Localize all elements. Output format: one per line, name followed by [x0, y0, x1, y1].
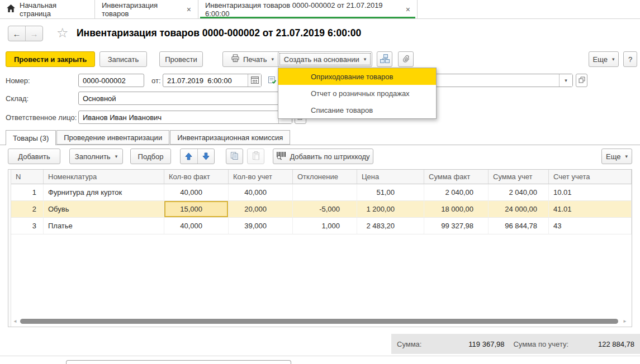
cell-n[interactable]: 1	[11, 184, 44, 201]
document-check-icon[interactable]	[268, 75, 277, 86]
organization-open-button[interactable]	[576, 74, 587, 87]
menu-item-goods-writeoff[interactable]: Списание товаров	[278, 102, 436, 118]
cell-qty-fact[interactable]: 40,000	[164, 218, 229, 234]
menu-item-goods-receipt[interactable]: Оприходование товаров	[278, 68, 436, 85]
cell-account[interactable]: 10.01	[549, 184, 632, 201]
table-row[interactable]: 1 Фурнитура для курток 40,000 40,000 51,…	[11, 184, 632, 201]
sum-label: Сумма:	[397, 340, 421, 348]
responsible-field[interactable]: Иванов Иван Иванович ▾	[78, 111, 292, 124]
close-icon[interactable]: ×	[406, 5, 410, 14]
paste-icon	[252, 151, 260, 162]
home-icon	[7, 4, 15, 14]
organization-dropdown-button[interactable]: ▾	[559, 74, 572, 87]
print-button[interactable]: Печать ▾	[222, 51, 282, 67]
chevron-down-icon: ▾	[612, 56, 615, 62]
tab-inventory-commission[interactable]: Инвентаризационная комиссия	[170, 130, 290, 145]
cell-account[interactable]: 43	[549, 218, 632, 234]
more-button[interactable]: Еще ▾	[589, 51, 619, 67]
back-button[interactable]: ←	[8, 26, 26, 41]
create-based-on-button[interactable]: Создать на основании ▾	[278, 51, 372, 67]
table-row[interactable]: 3 Платье 40,000 39,000 1,000 2 483,20 99…	[11, 218, 632, 234]
add-row-button[interactable]: Добавить	[8, 149, 60, 164]
table-row-selected[interactable]: 2 Обувь 15,000 20,000 -5,000 1 200,00 18…	[11, 201, 632, 218]
chevron-down-icon: ▾	[272, 56, 274, 62]
cell-nomenclature[interactable]: Платье	[44, 218, 164, 234]
cell-sum-fact[interactable]: 18 000,00	[424, 201, 489, 218]
tab-inventory-document-active[interactable]: Инвентаризация товаров 0000-000002 от 21…	[198, 0, 418, 18]
scroll-left-icon[interactable]: ◄	[13, 319, 17, 324]
favorite-star-icon[interactable]: ☆	[56, 25, 69, 41]
cell-deviation[interactable]	[293, 184, 357, 201]
forward-button[interactable]: →	[26, 26, 42, 41]
date-label: от:	[151, 76, 161, 85]
col-header-deviation[interactable]: Отклонение	[293, 170, 357, 184]
fill-button[interactable]: Заполнить ▾	[69, 149, 123, 164]
cell-price[interactable]: 2 483,20	[357, 218, 424, 234]
cell-qty-acc[interactable]: 40,000	[229, 184, 293, 201]
cell-nomenclature[interactable]: Фурнитура для курток	[44, 184, 164, 201]
col-header-qty-acc[interactable]: Кол-во учет	[229, 170, 293, 184]
post-and-close-button[interactable]: Провести и закрыть	[6, 51, 95, 67]
horizontal-scrollbar[interactable]: ◄ ►	[13, 318, 627, 324]
cell-n[interactable]: 2	[11, 201, 44, 218]
barcode-icon	[276, 151, 286, 162]
calendar-button[interactable]	[248, 74, 261, 87]
cell-qty-fact-selected[interactable]: 15,000	[164, 201, 229, 218]
arrow-up-icon	[185, 152, 192, 160]
cell-price[interactable]: 1 200,00	[357, 201, 424, 218]
scroll-right-icon[interactable]: ►	[623, 319, 627, 324]
move-row-down-button[interactable]	[197, 149, 215, 164]
col-header-n[interactable]: N	[11, 170, 44, 184]
table-more-button[interactable]: Еще ▾	[601, 149, 632, 164]
post-button[interactable]: Провести	[159, 51, 203, 67]
tab-label: Инвентаризация товаров	[102, 1, 179, 18]
document-structure-button[interactable]	[377, 51, 392, 67]
cell-account[interactable]: 41.01	[549, 201, 632, 218]
create-based-on-menu: Оприходование товаров Отчет о розничных …	[278, 68, 437, 119]
tab-goods[interactable]: Товары (3)	[6, 130, 56, 145]
warehouse-label: Склад:	[6, 94, 29, 103]
cell-deviation[interactable]: -5,000	[293, 201, 357, 218]
cell-sum-acc[interactable]: 96 844,78	[489, 218, 549, 234]
comment-field-partial[interactable]	[66, 360, 291, 364]
date-field[interactable]: 21.07.2019 6:00:00	[163, 74, 262, 87]
history-nav: ← →	[8, 26, 43, 41]
cell-deviation[interactable]: 1,000	[293, 218, 357, 234]
cell-n[interactable]: 3	[11, 218, 44, 234]
chevron-down-icon: ▾	[364, 56, 367, 62]
col-header-nomenclature[interactable]: Номенклатура	[44, 170, 164, 184]
cell-qty-fact[interactable]: 40,000	[164, 184, 229, 201]
cell-qty-acc[interactable]: 39,000	[229, 218, 293, 234]
tab-inventory-list[interactable]: Инвентаризация товаров ×	[95, 0, 198, 18]
cell-sum-fact[interactable]: 99 327,98	[424, 218, 489, 234]
col-header-account[interactable]: Счет учета	[549, 170, 632, 184]
page-tabs: Товары (3) Проведение инвентаризации Инв…	[6, 130, 291, 145]
attachments-button[interactable]	[398, 51, 414, 67]
table-header: N Номенклатура Кол-во факт Кол-во учет О…	[11, 170, 632, 184]
save-button[interactable]: Записать	[99, 51, 147, 67]
col-header-sum-acc[interactable]: Сумма учет	[489, 170, 549, 184]
add-by-barcode-button[interactable]: Добавить по штрихкоду	[273, 149, 373, 164]
col-header-qty-fact[interactable]: Кол-во факт	[164, 170, 229, 184]
number-field[interactable]: 0000-000002	[78, 74, 144, 87]
col-header-price[interactable]: Цена	[357, 170, 424, 184]
tab-inventory-execution[interactable]: Проведение инвентаризации	[56, 130, 169, 145]
arrow-down-icon	[202, 152, 210, 160]
chevron-down-icon: ▾	[115, 154, 118, 159]
menu-item-retail-sales-report[interactable]: Отчет о розничных продажах	[278, 85, 436, 102]
help-button[interactable]: ?	[623, 51, 637, 67]
col-header-sum-fact[interactable]: Сумма факт	[424, 170, 489, 184]
cell-nomenclature[interactable]: Обувь	[44, 201, 164, 218]
copy-button[interactable]	[226, 149, 243, 164]
cell-sum-acc[interactable]: 2 040,00	[489, 184, 549, 201]
cell-qty-acc[interactable]: 20,000	[229, 201, 293, 218]
cell-price[interactable]: 51,00	[357, 184, 424, 201]
tab-home[interactable]: Начальная страница	[0, 0, 95, 18]
cell-sum-fact[interactable]: 2 040,00	[424, 184, 489, 201]
cell-sum-acc[interactable]: 24 000,00	[489, 201, 549, 218]
paste-button[interactable]	[247, 149, 264, 164]
scrollbar-thumb[interactable]	[20, 319, 618, 324]
pick-button[interactable]: Подбор	[130, 149, 171, 164]
move-row-up-button[interactable]	[181, 149, 197, 164]
close-icon[interactable]: ×	[187, 5, 191, 14]
